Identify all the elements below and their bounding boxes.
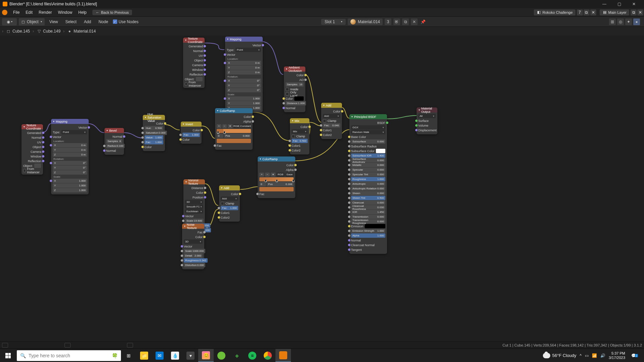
remove-scene-button[interactable]: ✕ [590,9,596,15]
app-icon-2[interactable]: ▾ [183,349,198,362]
node-invert[interactable]: ▾Invert Color Fac:1.000 Color [181,122,202,144]
node-mix[interactable]: ▾Mix Color Mix Clamp Fac:0.500 Color1 Co… [290,118,309,154]
node-mapping-1[interactable]: ▾Mapping Vector Type:Point Vector Locati… [225,37,263,112]
node-add-2[interactable]: ▾Add Color Add Clamp Fac:1.000 Color1 Co… [219,185,240,222]
mesh-icon: ▽ [37,29,41,34]
menu-file[interactable]: File [10,8,23,17]
menu-window[interactable]: Window [55,8,75,17]
node-editor-canvas[interactable]: ▾Texture Coordinate Generated Normal UV … [0,36,644,341]
close-button[interactable]: ✕ [627,0,641,8]
material-preview-icon [350,19,356,25]
node-texture-coordinate-2[interactable]: ▾Texture Coordinate Generated Normal UV … [22,124,43,175]
ramp-add[interactable]: + [217,124,221,128]
colorramp-gradient[interactable] [259,177,294,181]
mouse-nav-icon [2,343,8,348]
file-explorer-icon[interactable]: 📁 [136,349,152,362]
system-clock[interactable]: 5:37 PM3/17/2023 [609,351,625,360]
window-titlebar: Blender* [E:\.blend files\Anime builds (… [0,0,644,8]
mode-selector[interactable]: ◻ Object▾ [19,18,45,26]
node-noise-texture[interactable]: ▾Noise Texture Fac Color 3D Vector Scale… [182,224,204,269]
menu-edit[interactable]: Edit [23,8,36,17]
task-view-button[interactable]: ⊞ [121,349,136,362]
minimize-button[interactable]: — [597,0,612,8]
status-bar: Cut 1 | Cube.145 | Verts:209,564 | Faces… [0,341,644,349]
node-bevel[interactable]: ▾Bevel Normal Samples8 Radius:0.100 Norm… [104,128,124,155]
menu-add[interactable]: Add [81,19,94,24]
top-menu: File Edit Render Window Help ← Back to P… [0,8,644,17]
material-users[interactable]: 3 [385,18,391,25]
node-mapping-2[interactable]: ▾Mapping Vector Type:Point Vector Locati… [51,119,89,194]
spotify-icon[interactable]: ≡ [245,349,260,362]
back-to-previous-button[interactable]: ← Back to Previous [92,10,132,15]
ramp-del[interactable]: − [222,124,227,128]
editor-header: ◉▾ ◻ Object▾ View Select Add Node ✓ Use … [0,17,644,27]
object-mode-icon: ◻ [22,19,25,24]
use-nodes-toggle[interactable]: ✓ Use Nodes [113,19,138,24]
notification-center-button[interactable]: 💬2 [629,349,641,362]
node-color-ramp-1[interactable]: ▾ColorRamp Color Alpha + − ▾ RGB Constan… [215,108,253,150]
clover-icon: 🍀 [112,353,118,358]
mail-icon[interactable]: ✉ [152,349,167,362]
blender-logo-icon[interactable] [2,10,7,15]
menu-select[interactable]: Select [62,19,79,24]
node-add[interactable]: ▾Add Color Add Clamp Fac:0.046 Color1 Co… [321,103,342,139]
node-editor-icon: ◉ [7,19,10,24]
node-material-output[interactable]: ▾Material Output All Surface Volume Disp… [417,107,437,134]
blender-taskbar-icon[interactable] [275,349,291,362]
taskbar-search[interactable]: 🔍 Type here to search 🍀 [17,350,121,361]
cloud-icon [543,353,550,358]
node-ambient-occlusion[interactable]: ▾Ambient Occlusion Color AO Samples16 In… [284,66,305,112]
windows-taskbar: 🔍 Type here to search 🍀 ⊞ 📁 ✉ 💧 ▾ 😊 ◆ ≡ … [0,349,644,362]
mesh-icon: ◻ [6,29,11,34]
tray-meet-now-icon[interactable]: ▭ [585,353,589,358]
fake-user-button[interactable]: ⛨ [393,18,400,25]
gizmo-button[interactable]: ✦ [625,18,632,25]
mouse-select-icon [65,343,71,348]
scene-stats: Cut 1 | Cube.145 | Verts:209,564 | Faces… [503,343,642,347]
unlink-material-button[interactable]: ✕ [411,18,418,25]
menu-view[interactable]: View [47,19,61,24]
node-texture-coordinate-1[interactable]: ▾Texture Coordinate Generated Normal UV … [183,38,205,88]
node-hue-saturation-value[interactable]: ▾Hue Saturation Value Color Hue:0.500 Sa… [143,115,165,151]
breadcrumb: › ◻ Cube.145 › ▽ Cube.149 › ● Material.0… [0,27,644,36]
start-button[interactable] [0,349,16,362]
copy-scene-button[interactable]: ⧉ [584,9,590,15]
weather-widget[interactable]: 56°F Cloudy [543,353,576,358]
checkmark-icon: ✓ [113,19,117,24]
chrome-icon[interactable] [260,349,275,362]
tray-wifi-icon[interactable]: 📶 [592,353,597,358]
copy-layer-button[interactable]: ⧉ [631,9,637,15]
breadcrumb-object2[interactable]: ▽ Cube.149 [37,29,60,34]
menu-help[interactable]: Help [75,8,90,17]
maximize-button[interactable]: ▢ [612,0,627,8]
breadcrumb-object1[interactable]: ◻ Cube.145 [6,29,30,34]
app-icon-5[interactable]: ◆ [229,349,245,362]
menu-render[interactable]: Render [36,8,55,17]
app-icon-4[interactable] [214,349,229,362]
search-icon: 🔍 [20,353,26,358]
menu-node[interactable]: Node [96,19,111,24]
ramp-menu[interactable]: ▾ [228,124,232,128]
view-layer-selector[interactable]: ▤ Main Layer [600,9,629,15]
chevron-right-icon: › [2,29,3,34]
tray-chevron-up-icon[interactable]: ^ [579,353,582,358]
editor-type-dropdown[interactable]: ◉▾ [2,18,17,26]
app-icon-3[interactable]: 😊 [198,349,214,362]
colorramp-gradient[interactable] [217,129,251,133]
shading-button[interactable]: ● [633,18,640,25]
node-principled-bsdf[interactable]: ▾Principled BSDF BSDF GGX Random Walk Ba… [349,114,387,254]
scene-users[interactable]: 7 [577,9,583,15]
tray-volume-icon[interactable]: 🔊 [600,353,605,358]
copy-material-button[interactable]: ⧉ [402,18,409,25]
overlay-button[interactable]: ◎ [617,18,624,25]
snap-button[interactable]: ⊞ [609,18,616,25]
node-color-ramp-2[interactable]: ▾ColorRamp Color Alpha + − ▾ RGB Ease 0 … [258,156,295,198]
app-icon-1[interactable]: 💧 [167,349,183,362]
breadcrumb-material[interactable]: ● Material.014 [67,29,96,34]
material-selector[interactable]: Material.014 [348,18,383,25]
blender-icon [3,2,7,6]
remove-layer-button[interactable]: ✕ [637,9,643,15]
material-slot-dropdown[interactable]: Slot 1▾ [321,19,346,25]
pin-button[interactable]: 📌 [420,18,426,25]
scene-selector[interactable]: ◧ Rokoko Challenge [534,9,575,15]
